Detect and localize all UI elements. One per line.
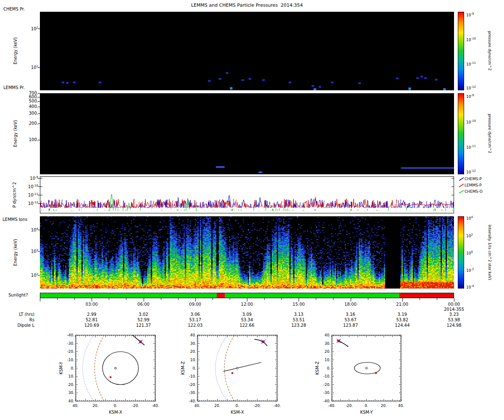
rs-value: 53.98 xyxy=(448,318,460,322)
saturn-symbol xyxy=(115,367,116,369)
lemms-panel-label: LEMMS Pr. xyxy=(3,85,25,90)
y-tick-mark xyxy=(38,101,40,102)
dipole-l-value: 123.28 xyxy=(291,323,306,328)
y-tick-label: 100. xyxy=(16,137,38,142)
time-tick-label: 12:00 xyxy=(241,302,253,307)
dipole-l-value: 120.69 xyxy=(84,323,99,328)
legend-line-chems-p xyxy=(459,177,465,181)
position-dot xyxy=(231,372,234,374)
legend-line-chems-o xyxy=(459,189,465,194)
y-axis-label: KSM-Z xyxy=(181,361,185,375)
lt-hrs-value: 3.19 xyxy=(398,312,407,317)
colorbar-tick-label: 102 xyxy=(466,233,473,238)
orbit-edge-line xyxy=(223,362,261,372)
x-tick-label: 0. xyxy=(114,404,118,408)
time-tick-label: 09:00 xyxy=(189,302,201,307)
dipole-l-value: 121.37 xyxy=(136,323,151,328)
x-tick-label: 20. xyxy=(214,404,220,408)
x-tick-label: 40. xyxy=(194,404,200,408)
lt-hrs-value: 3.16 xyxy=(346,312,355,317)
y-tick-label: 10-10 xyxy=(16,184,38,189)
y-tick-label: 40. xyxy=(68,399,74,403)
dipole-l-value: 124.44 xyxy=(395,323,410,328)
x-tick-label: 0. xyxy=(236,404,239,408)
y-tick-mark xyxy=(38,123,40,124)
x-tick-label: -40. xyxy=(152,404,159,408)
x-tick-label: 20. xyxy=(92,404,98,408)
y-tick-mark xyxy=(38,275,40,276)
y-tick-mark xyxy=(38,186,40,187)
y-tick-mark xyxy=(38,178,40,178)
legend-item-chems-p: CHEMS-P xyxy=(459,177,482,181)
time-tick-label: 06:00 xyxy=(137,302,150,307)
y-tick-mark xyxy=(38,251,40,252)
y-tick-label: 20. xyxy=(325,349,331,354)
x-tick-label: -20. xyxy=(345,404,353,408)
y-tick-mark xyxy=(38,230,40,230)
y-tick-label: 20. xyxy=(190,349,196,354)
y-tick-label: 10-9 xyxy=(16,176,38,181)
y-tick-label: -20. xyxy=(323,383,331,387)
y-tick-label: 10. xyxy=(325,358,331,362)
y-tick-label: -20. xyxy=(189,383,196,387)
colorbar-ions-intensity xyxy=(458,216,464,289)
chems-energy-axis-label: Energy (keV) xyxy=(13,37,18,64)
spacecraft-marker-dot xyxy=(338,340,339,341)
y-tick-mark xyxy=(38,93,40,94)
y-tick-mark xyxy=(38,140,40,140)
y-tick-label: 20. xyxy=(68,383,74,387)
magnetopause-curve xyxy=(224,335,234,401)
y-tick-label: 10. xyxy=(68,374,74,378)
y-tick-label: -30. xyxy=(323,391,331,395)
rs-value: 53.17 xyxy=(189,318,201,322)
lemms-pressure-spectrogram xyxy=(40,93,454,174)
rs-value: 52.99 xyxy=(137,318,150,322)
y-tick-label: 30. xyxy=(325,341,331,346)
y-tick-mark xyxy=(38,67,40,68)
legend-item-chems-o: CHEMS-O xyxy=(459,189,483,194)
y-tick-label: -10. xyxy=(189,374,196,378)
rs-row-label: Rs xyxy=(3,318,34,322)
colorbar-chems-pressure xyxy=(458,12,464,90)
y-tick-label: 0. xyxy=(192,366,196,370)
trajectory-line xyxy=(254,339,267,346)
y-tick-label: 40. xyxy=(325,333,331,337)
position-dot xyxy=(110,376,112,378)
y-axis-label: KSM-Y xyxy=(59,362,63,375)
y-tick-label: 600. xyxy=(16,94,38,99)
time-tick-label: 18:00 xyxy=(344,302,357,307)
y-tick-mark xyxy=(38,195,40,195)
chems-pressure-spectrogram xyxy=(40,12,454,90)
y-tick-label: 102 xyxy=(16,26,38,31)
y-tick-label: -40. xyxy=(323,399,331,403)
y-tick-mark xyxy=(38,29,40,29)
lt-hrs-value: 3.09 xyxy=(242,312,252,317)
y-tick-label: 10-11 xyxy=(16,192,38,197)
x-tick-label: 40. xyxy=(73,404,79,408)
y-tick-label: 40. xyxy=(190,333,196,337)
sunlight-indicator-bar xyxy=(40,293,454,298)
lt-row-label: LT (hrs) xyxy=(3,312,34,317)
spacecraft-marker-dot xyxy=(140,341,141,342)
colorbar-tick-label: 100 xyxy=(466,250,473,255)
colorbar-tick-label: 10-11 xyxy=(466,61,476,66)
colorbar-tick-label: 10-2 xyxy=(466,268,474,273)
colorbar-tick-label: 10-4 xyxy=(466,284,474,289)
plot-title: LEMMS and CHEMS Particle Pressures 2014:… xyxy=(0,3,494,8)
y-tick-label: 0. xyxy=(327,366,331,370)
y-tick-label: 103 xyxy=(16,249,38,254)
lt-hrs-value: 3.02 xyxy=(139,312,148,317)
lt-hrs-value: 3.06 xyxy=(191,312,200,317)
legend-line-lemms-p xyxy=(459,183,465,187)
x-tick-label: -40. xyxy=(273,404,281,408)
lt-hrs-value: 3.13 xyxy=(294,312,303,317)
colorbar-tick-label: 104 xyxy=(466,215,473,220)
rs-value: 53.67 xyxy=(344,318,357,322)
ions-panel-label: LEMMS Ions xyxy=(3,217,27,222)
y-tick-mark xyxy=(38,97,40,97)
bow-shock-curve xyxy=(83,335,94,401)
rs-value: 53.82 xyxy=(396,318,408,322)
colorbar-tick-label: 10-11 xyxy=(466,144,476,150)
y-tick-label: 0. xyxy=(71,366,74,370)
dipole-l-value: 122.66 xyxy=(240,323,255,328)
